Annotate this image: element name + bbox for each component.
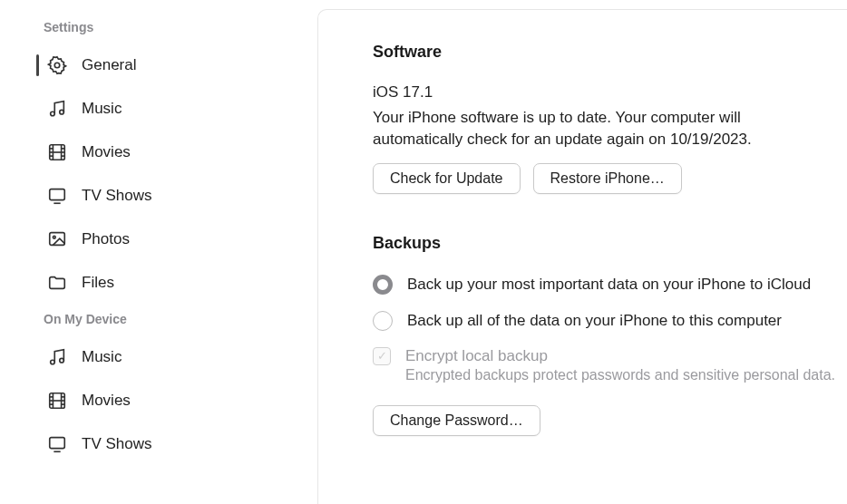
sidebar-item-label: Photos <box>82 230 130 248</box>
checkbox-icon: ✓ <box>373 347 391 365</box>
svg-rect-25 <box>50 438 65 449</box>
change-password-button[interactable]: Change Password… <box>373 405 540 436</box>
svg-point-15 <box>51 360 55 364</box>
music-note-icon <box>45 345 69 369</box>
sidebar-item-label: Files <box>82 274 114 292</box>
sidebar-item-label: Music <box>82 100 122 118</box>
backups-heading: Backups <box>373 234 847 253</box>
svg-point-16 <box>60 358 64 363</box>
tv-icon <box>45 184 69 208</box>
sidebar-item-label: TV Shows <box>82 435 151 453</box>
sidebar-item-label: TV Shows <box>82 187 151 205</box>
sidebar-section-device: On My Device <box>0 305 317 335</box>
sidebar-item-label: Movies <box>82 392 131 410</box>
sidebar-item-label: Music <box>82 348 122 366</box>
radio-icon <box>373 275 393 295</box>
sidebar-section-settings: Settings <box>0 13 317 44</box>
check-for-update-button[interactable]: Check for Update <box>373 163 521 194</box>
encrypt-backup-row[interactable]: ✓ Encrypt local backup Encrypted backups… <box>373 347 847 383</box>
sidebar-item-movies[interactable]: Movies <box>0 131 317 174</box>
sidebar-item-files[interactable]: Files <box>0 261 317 305</box>
radio-label: Back up your most important data on your… <box>407 276 811 294</box>
sidebar: Settings General Music Movies TV Shows P… <box>0 0 317 504</box>
sidebar-item-label: General <box>82 56 136 74</box>
svg-rect-11 <box>50 189 65 200</box>
restore-iphone-button[interactable]: Restore iPhone… <box>533 163 682 194</box>
radio-icon <box>373 311 393 331</box>
main-panel: Software iOS 17.1 Your iPhone software i… <box>317 9 847 504</box>
film-icon <box>45 389 69 412</box>
sidebar-device-item-music[interactable]: Music <box>0 335 317 379</box>
svg-point-1 <box>51 111 55 116</box>
folder-icon <box>45 271 69 295</box>
svg-rect-13 <box>50 233 65 246</box>
encrypt-backup-label: Encrypt local backup <box>405 347 835 365</box>
radio-label: Back up all of the data on your iPhone t… <box>407 312 782 330</box>
sidebar-item-tvshows[interactable]: TV Shows <box>0 174 317 218</box>
tv-icon <box>45 432 69 456</box>
sidebar-device-item-movies[interactable]: Movies <box>0 379 317 422</box>
software-heading: Software <box>373 43 847 62</box>
svg-point-2 <box>60 110 64 114</box>
music-note-icon <box>45 97 69 121</box>
gear-icon <box>45 53 69 77</box>
sidebar-item-label: Movies <box>82 143 131 161</box>
sidebar-item-photos[interactable]: Photos <box>0 218 317 261</box>
sidebar-item-general[interactable]: General <box>0 44 317 87</box>
backup-option-icloud[interactable]: Back up your most important data on your… <box>373 275 847 295</box>
photo-icon <box>45 228 69 251</box>
film-icon <box>45 141 69 164</box>
sidebar-item-music[interactable]: Music <box>0 87 317 131</box>
backup-option-computer[interactable]: Back up all of the data on your iPhone t… <box>373 311 847 331</box>
svg-point-14 <box>53 236 55 238</box>
software-button-row: Check for Update Restore iPhone… <box>373 163 847 194</box>
software-version: iOS 17.1 <box>373 83 847 102</box>
software-description: Your iPhone software is up to date. Your… <box>373 107 826 150</box>
encrypt-backup-sub: Encrypted backups protect passwords and … <box>405 367 835 383</box>
svg-point-0 <box>54 63 60 68</box>
sidebar-device-item-tvshows[interactable]: TV Shows <box>0 422 317 466</box>
